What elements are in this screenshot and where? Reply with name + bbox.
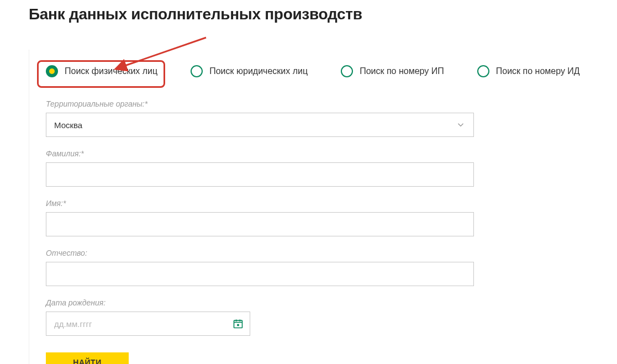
field-lastname: Фамилия:* (46, 149, 474, 187)
label-territory: Территориальные органы:* (46, 99, 474, 108)
label-firstname: Имя:* (46, 199, 474, 208)
input-birthdate[interactable] (46, 312, 250, 336)
page-title: Банк данных исполнительных производств (0, 0, 617, 23)
radio-option-id-number[interactable]: Поиск по номеру ИД (477, 65, 580, 77)
radio-label: Поиск по номеру ИП (360, 66, 444, 76)
input-patronymic[interactable] (46, 262, 474, 286)
label-patronymic: Отчество: (46, 249, 474, 257)
radio-option-ip-number[interactable]: Поиск по номеру ИП (341, 65, 444, 77)
select-territory[interactable]: Москва (46, 113, 474, 137)
field-birthdate: Дата рождения: (46, 298, 250, 336)
radio-icon (477, 65, 489, 77)
radio-label: Поиск по номеру ИД (496, 66, 580, 76)
radio-icon (46, 65, 58, 77)
label-birthdate: Дата рождения: (46, 298, 250, 307)
field-firstname: Имя:* (46, 199, 474, 236)
label-lastname: Фамилия:* (46, 149, 474, 158)
search-form-card: Поиск физических лиц Поиск юридических л… (29, 50, 614, 364)
input-firstname[interactable] (46, 212, 474, 236)
svg-line-1 (123, 38, 206, 66)
select-territory-value: Москва (54, 120, 82, 130)
radio-label: Поиск физических лиц (65, 66, 157, 76)
input-lastname[interactable] (46, 162, 474, 187)
radio-icon (341, 65, 353, 77)
radio-icon (191, 65, 203, 77)
radio-option-physical[interactable]: Поиск физических лиц (46, 65, 157, 77)
radio-label: Поиск юридических лиц (209, 66, 308, 76)
chevron-down-icon (456, 120, 466, 130)
radio-option-legal[interactable]: Поиск юридических лиц (191, 65, 308, 77)
field-territory: Территориальные органы:* Москва (46, 99, 474, 137)
search-type-radio-group: Поиск физических лиц Поиск юридических л… (46, 65, 598, 77)
submit-button[interactable]: НАЙТИ (46, 352, 129, 364)
field-patronymic: Отчество: (46, 249, 474, 286)
